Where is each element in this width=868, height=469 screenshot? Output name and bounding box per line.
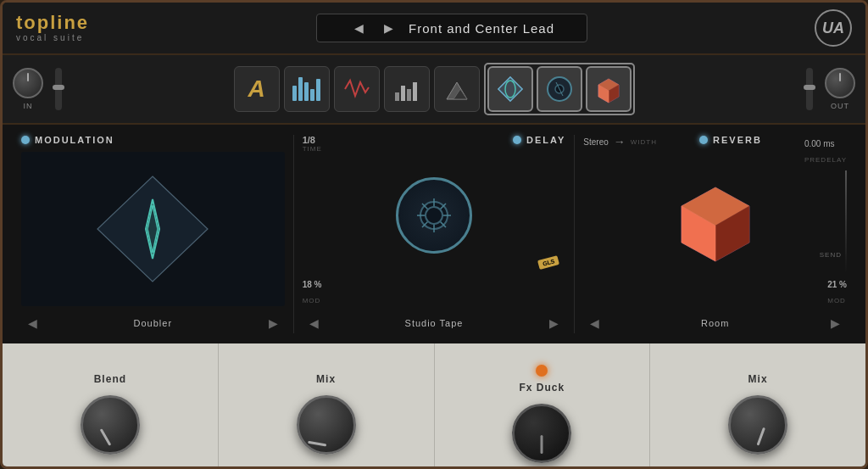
preset-nav: ◀ ▶ Front and Center Lead	[316, 14, 587, 42]
in-label: IN	[24, 102, 33, 110]
blend-section: Blend	[3, 343, 219, 469]
modulation-prev-button[interactable]: ◀	[21, 313, 44, 333]
red-wave-icon	[342, 74, 372, 104]
delay-mix-section: Mix [data-name="delay-mix-knob"]::after …	[219, 343, 435, 469]
modulation-section: MODULATION ◀ Doubler ▶	[13, 135, 294, 333]
preset-icon-disc[interactable]	[537, 66, 582, 112]
modulation-indicator	[21, 136, 30, 144]
tape-reel	[396, 177, 472, 254]
ua-logo-text: UA	[822, 20, 844, 37]
send-line	[845, 170, 847, 272]
preset-icon-diamond[interactable]	[487, 66, 533, 112]
delay-top: 1/8 TIME DELAY	[303, 135, 566, 153]
delay-prev-button[interactable]: ◀	[303, 313, 326, 333]
out-knob-group: OUT	[825, 68, 855, 110]
bottom-controls: Blend Mix [data-name="delay-mix-knob"]::…	[3, 343, 865, 469]
modulation-nav: ◀ Doubler ▶	[21, 313, 285, 333]
reverb-mod-group: 21 % MOD	[827, 276, 847, 306]
preset-prev-button[interactable]: ◀	[349, 20, 369, 36]
logo-area: topline vocal suite	[16, 14, 89, 42]
delay-time-value: 1/8	[303, 135, 322, 145]
delay-display[interactable]: GLS	[303, 158, 566, 272]
delay-mix-knob[interactable]: [data-name="delay-mix-knob"]::after { tr…	[297, 395, 356, 455]
delay-mod-value: 18 %	[303, 280, 322, 289]
svg-point-22	[426, 207, 442, 224]
out-knob[interactable]	[825, 68, 855, 98]
reverb-mix-knob[interactable]	[728, 395, 787, 455]
reverb-nav: ◀ Room ▶	[583, 313, 847, 333]
svg-rect-3	[413, 82, 417, 101]
preset-icon-cube[interactable]	[586, 66, 632, 112]
delay-mod-label: MOD	[303, 297, 321, 304]
app-container: topline vocal suite ◀ ▶ Front and Center…	[0, 0, 868, 469]
in-knob[interactable]	[13, 68, 43, 98]
preset-icon-a[interactable]: A	[234, 66, 280, 112]
reverb-mod-label: MOD	[827, 297, 846, 304]
fx-duck-label: Fx Duck	[520, 382, 565, 394]
svg-rect-2	[407, 89, 411, 101]
preset-next-button[interactable]: ▶	[379, 20, 398, 36]
bar-1	[292, 86, 297, 101]
active-preset-group	[484, 63, 635, 115]
width-arrow-icon: →	[614, 135, 626, 148]
modulation-title: MODULATION	[35, 135, 114, 145]
delay-mix-label: Mix	[316, 373, 336, 385]
tape-label: GLS	[537, 255, 559, 270]
reverb-cube	[673, 179, 758, 264]
out-slider[interactable]	[806, 68, 813, 110]
reverb-section: Stereo → WIDTH REVERB 0.00 ms PREDELAY	[575, 135, 855, 333]
bar-3	[304, 82, 309, 101]
svg-rect-0	[395, 92, 399, 101]
reverb-predelay-label: PREDELAY	[804, 156, 847, 164]
fx-duck-group: Fx Duck [data-name="fx-duck-knob"]::afte…	[512, 365, 571, 463]
blend-knob[interactable]	[81, 395, 140, 455]
reverb-width-value: Stereo	[583, 137, 608, 147]
in-knob-group: IN	[13, 68, 43, 110]
svg-rect-1	[401, 86, 405, 101]
reverb-mix-label: Mix	[748, 373, 768, 385]
reverb-width-group: Stereo → WIDTH	[583, 135, 657, 148]
reverb-mod-row: 21 % MOD	[583, 276, 847, 306]
fx-duck-indicator	[536, 365, 548, 377]
delay-effect-name: Studio Tape	[405, 318, 464, 328]
in-slider[interactable]	[55, 68, 62, 110]
fx-area: MODULATION ◀ Doubler ▶	[3, 125, 865, 343]
reverb-width-label: WIDTH	[631, 138, 657, 146]
delay-title: DELAY	[526, 135, 565, 145]
ua-logo: UA	[815, 9, 852, 47]
delay-indicator	[513, 136, 521, 144]
bar-4	[310, 89, 314, 101]
modulation-header: MODULATION	[21, 135, 285, 145]
bar-5	[316, 79, 320, 101]
reverb-prev-button[interactable]: ◀	[583, 313, 606, 333]
out-label: OUT	[831, 102, 849, 110]
diamond-icon	[495, 74, 526, 104]
chart-icon	[392, 74, 422, 104]
logo-accent: top	[16, 12, 50, 33]
preset-icon-chart[interactable]	[384, 66, 430, 112]
reel-spokes	[409, 190, 459, 241]
reverb-header: REVERB	[699, 135, 762, 145]
header: topline vocal suite ◀ ▶ Front and Center…	[3, 3, 865, 55]
reverb-effect-name: Room	[701, 318, 729, 328]
reverb-next-button[interactable]: ▶	[824, 313, 847, 333]
delay-mod-row: 18 % MOD	[303, 276, 566, 306]
modulation-next-button[interactable]: ▶	[262, 313, 285, 333]
modulation-display[interactable]	[21, 152, 285, 306]
preset-icon-red[interactable]	[334, 66, 380, 112]
preset-name: Front and Center Lead	[409, 21, 554, 36]
bar-2	[298, 77, 303, 101]
reverb-display[interactable]: SEND	[583, 170, 847, 272]
logo-sub: vocal suite	[16, 34, 89, 42]
blend-label: Blend	[94, 373, 126, 385]
fx-duck-knob[interactable]: [data-name="fx-duck-knob"]::after { tran…	[512, 404, 571, 463]
delay-next-button[interactable]: ▶	[542, 313, 565, 333]
modulation-visual	[89, 170, 216, 288]
delay-nav: ◀ Studio Tape ▶	[303, 313, 566, 333]
preset-icon-mountain[interactable]	[434, 66, 480, 112]
fx-duck-section: Fx Duck [data-name="fx-duck-knob"]::afte…	[435, 343, 651, 469]
preset-icon-bars[interactable]	[284, 66, 330, 112]
logo-text: line	[50, 12, 89, 33]
modulation-effect-name: Doubler	[134, 318, 173, 328]
delay-section: 1/8 TIME DELAY	[294, 135, 576, 333]
